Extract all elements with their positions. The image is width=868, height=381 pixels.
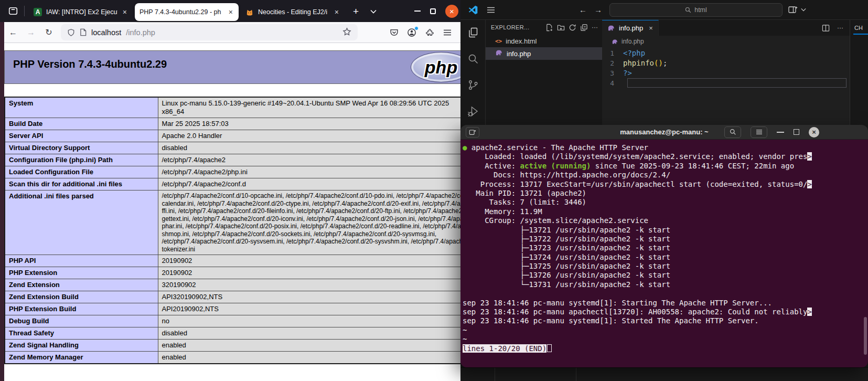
activity-explorer-button[interactable] [465, 25, 481, 40]
views-more-button[interactable]: ··· [592, 24, 598, 31]
extensions-button[interactable] [422, 25, 437, 40]
run-debug-icon [467, 105, 479, 118]
browser-tab[interactable]: Neocities - Editing EJ2/i× [241, 3, 345, 21]
browser-tab[interactable]: PHP 7.4.3-4ubuntu2.29 - ph× [135, 3, 239, 21]
command-center-search[interactable]: html [609, 3, 783, 17]
terminal-menu-button[interactable] [751, 126, 767, 138]
window-close-button[interactable]: × [445, 5, 458, 18]
tab-close-icon[interactable]: × [228, 8, 234, 16]
terminal-text: ├─13726 /usr/sbin/apache2 -k start [463, 271, 670, 279]
window-maximize-button[interactable] [430, 8, 436, 14]
table-row: PHP API20190902 [5, 255, 460, 267]
row-label: Debug Build [5, 315, 158, 327]
reload-button[interactable]: ↻ [41, 25, 57, 40]
terminal-title-bar: manusanchez@pc-manu: ~ × [460, 125, 868, 140]
terminal-text: > [807, 308, 811, 316]
layout-customize-icon[interactable] [788, 6, 798, 14]
terminal-text: lines 1-20/20 (END) [463, 344, 546, 353]
back-button[interactable]: ← [5, 25, 21, 40]
row-label: Zend Memory Manager [5, 352, 158, 364]
account-notification-dot [414, 26, 419, 30]
activity-search-button[interactable] [465, 51, 481, 66]
terminal-text: ├─13722 /usr/sbin/apache2 -k start [463, 235, 670, 243]
tab-close-icon[interactable]: × [122, 8, 128, 16]
terminal-close-button[interactable]: × [809, 127, 819, 137]
firefox-view-button[interactable] [5, 3, 21, 19]
titlebar-right-actions [788, 6, 806, 14]
nav-forward-button[interactable]: → [594, 5, 602, 14]
nav-back-button[interactable]: ← [579, 5, 587, 14]
terminal-text: CGroup: /system.slice/apache2.service [463, 216, 648, 225]
forward-button[interactable]: → [23, 25, 39, 40]
editor-more-button[interactable]: ··· [837, 24, 843, 31]
token: ) [658, 59, 662, 67]
sidebar-item-info-php[interactable]: info.php [486, 47, 602, 60]
firefox-toolbar: ← → ↻ localhost/info.php [0, 22, 460, 43]
sidebar-item-index-html[interactable]: <>index.html [486, 35, 602, 47]
tab-favicon-neocities [245, 8, 254, 16]
code-editor[interactable]: 1<?php2phpinfo();3?>4 [602, 47, 850, 88]
split-editor-icon[interactable] [822, 24, 830, 32]
table-row: Zend Extension320190902 [5, 279, 460, 291]
vscode-menu-icon[interactable] [487, 6, 495, 14]
activity-source-control-button[interactable] [465, 78, 481, 92]
row-value: 20190902 [158, 267, 460, 279]
chevron-down-icon[interactable] [801, 8, 806, 12]
row-value: /etc/php/7.4/apache2/conf.d [158, 178, 460, 190]
table-row: SystemLinux pc-manu 5.15.0-139-generic #… [5, 97, 460, 118]
tab-title: IAW: [INTRO] Ex2 Ejecuta [46, 8, 117, 16]
code-line: 3?> [602, 68, 850, 78]
terminal-minimize-button[interactable] [777, 132, 784, 133]
table-row: Zend Signal Handlingenabled [5, 340, 460, 352]
file-name: info.php [507, 50, 531, 58]
bookmark-star-button[interactable] [342, 27, 351, 38]
terminal-new-tab-button[interactable] [466, 127, 479, 137]
row-label: Build Date [5, 118, 158, 130]
search-icon [685, 7, 691, 13]
terminal-scrollbar[interactable] [864, 317, 867, 355]
row-label: PHP Extension Build [5, 303, 158, 315]
tab-favicon-aula: A [34, 8, 42, 16]
editor-tab-bar: info.php × ··· [602, 20, 850, 36]
pocket-button[interactable] [386, 25, 402, 40]
terminal-line: Main PID: 13721 (apache2) [463, 189, 868, 198]
browser-tab[interactable]: AIAW: [INTRO] Ex2 Ejecuta× [29, 3, 133, 21]
neocities-cat-icon [245, 8, 254, 16]
page-info-icon [80, 28, 87, 36]
collapse-folders-button[interactable] [580, 24, 588, 31]
terminal-line: ├─13721 /usr/sbin/apache2 -k start [463, 226, 868, 235]
url-bar[interactable]: localhost/info.php [61, 24, 358, 40]
terminal-output[interactable]: ● apache2.service - The Apache HTTP Serv… [460, 140, 868, 367]
screen: AIAW: [INTRO] Ex2 Ejecuta×PHP 7.4.3-4ubu… [0, 0, 868, 381]
window-minimize-button[interactable] [414, 10, 421, 12]
terminal-line: Loaded: loaded (/lib/systemd/system/apac… [463, 152, 868, 161]
new-file-button[interactable] [545, 24, 553, 31]
terminal-maximize-button[interactable] [794, 129, 799, 135]
row-value: /etc/php/7.4/apache2/php.ini [158, 166, 460, 178]
tab-close-icon[interactable]: × [649, 24, 653, 32]
terminal-text: Loaded: loaded (/lib/systemd/system/apac… [463, 152, 807, 161]
terminal-line: CGroup: /system.slice/apache2.service [463, 216, 868, 225]
tab-list-chevron-button[interactable] [370, 7, 377, 15]
terminal-line [463, 289, 868, 298]
row-value: Mar 25 2025 18:57:03 [158, 118, 460, 130]
row-label: Scan this dir for additional .ini files [5, 178, 158, 190]
line-number: 4 [602, 78, 623, 88]
terminal-line: Active: active (running) since Tue 2025-… [463, 162, 868, 171]
terminal-line: └─13731 /usr/sbin/apache2 -k start [463, 280, 868, 289]
account-button[interactable] [404, 25, 420, 40]
terminal-text: Active: [463, 162, 520, 170]
row-value: Apache 2.0 Handler [158, 130, 460, 142]
activity-run-debug-button[interactable] [465, 104, 481, 119]
new-folder-button[interactable] [557, 24, 565, 31]
tab-info-php[interactable]: info.php × [602, 20, 659, 36]
code-line: 4 [602, 78, 850, 88]
terminal-search-button[interactable] [724, 126, 741, 138]
tab-close-icon[interactable]: × [334, 8, 340, 16]
new-tab-button[interactable]: + [353, 6, 359, 16]
terminal-line: Tasks: 7 (limit: 3446) [463, 198, 868, 207]
refresh-button[interactable] [569, 24, 576, 31]
breadcrumb[interactable]: info.php [602, 36, 850, 47]
menu-button[interactable] [440, 25, 455, 40]
terminal-text: ~ [463, 335, 467, 343]
